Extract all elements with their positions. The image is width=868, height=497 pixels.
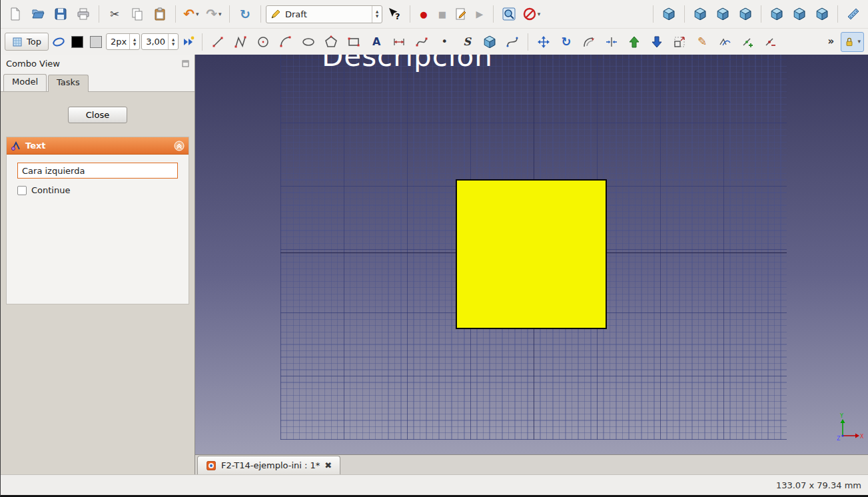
macro-record-button[interactable]: ● xyxy=(415,4,432,24)
zoom-selection-button[interactable] xyxy=(498,4,520,24)
snap-lock-button[interactable]: ▾ xyxy=(841,32,864,52)
draft-text-button[interactable]: A xyxy=(366,32,387,52)
clip-plane-button[interactable]: ▾ xyxy=(521,4,542,24)
macro-stop-button[interactable]: ■ xyxy=(434,4,451,24)
axonometric-cube-icon xyxy=(662,7,675,21)
line-width-spinner[interactable]: 2px ▲▼ xyxy=(106,33,140,50)
save-button[interactable] xyxy=(50,4,71,24)
open-folder-icon xyxy=(31,7,45,21)
rear-view-button[interactable] xyxy=(766,4,787,24)
text-value-input[interactable] xyxy=(17,163,178,179)
bottom-view-button[interactable] xyxy=(789,4,810,24)
refresh-button[interactable]: ↻ xyxy=(234,4,256,24)
draft-polygon-button[interactable] xyxy=(320,32,342,52)
text-task-box: Text Continue xyxy=(6,137,189,304)
new-file-button[interactable] xyxy=(5,4,26,24)
line-color-button[interactable] xyxy=(69,32,86,52)
bspline-icon xyxy=(415,35,428,49)
text-size-spin-arrows[interactable]: ▲▼ xyxy=(168,34,178,49)
draft-line-button[interactable] xyxy=(207,32,228,52)
apply-style-button[interactable] xyxy=(180,32,197,52)
draft-rotate-button[interactable]: ↻ xyxy=(556,32,577,52)
draft-edit-button[interactable]: ✎ xyxy=(691,32,713,52)
spin-up-icon: ▲ xyxy=(376,9,378,14)
copy-button[interactable] xyxy=(127,4,148,24)
text-size-spinner[interactable]: 3,00 ▲▼ xyxy=(141,33,179,50)
draft-toolbar: Top 2px ▲▼ 3,00 ▲▼ A • S ↻ xyxy=(1,28,868,55)
front-view-button[interactable] xyxy=(689,4,711,24)
draft-delete-point-button[interactable] xyxy=(759,32,781,52)
measure-distance-button[interactable] xyxy=(843,4,864,24)
text-tool-icon: A xyxy=(372,37,380,47)
draft-shapestring-button[interactable]: S xyxy=(456,32,478,52)
draft-downgrade-button[interactable] xyxy=(646,32,667,52)
spin-up-icon: ▲ xyxy=(133,37,136,42)
draft-move-button[interactable] xyxy=(533,32,554,52)
shapestring-icon: S xyxy=(463,37,471,47)
top-view-button[interactable] xyxy=(712,4,733,24)
collapse-chevrons-icon[interactable] xyxy=(174,141,185,151)
undock-icon[interactable] xyxy=(182,60,189,67)
dimension-icon xyxy=(392,35,406,49)
draft-arc-button[interactable] xyxy=(275,32,296,52)
draft-circle-button[interactable] xyxy=(252,32,274,52)
draft-ellipse-button[interactable] xyxy=(298,32,319,52)
3d-viewport[interactable]: Descripción Y X Z xyxy=(195,55,868,454)
draft-point-button[interactable]: • xyxy=(434,32,455,52)
axis-x-label: X xyxy=(860,434,864,440)
lock-icon xyxy=(844,37,855,47)
macro-play-icon: ▶ xyxy=(476,9,484,19)
draft-rectangle-button[interactable] xyxy=(343,32,364,52)
print-button[interactable] xyxy=(73,4,94,24)
draft-offset-button[interactable] xyxy=(578,32,600,52)
close-document-icon[interactable]: ✖ xyxy=(324,461,332,470)
right-view-button[interactable] xyxy=(735,4,756,24)
yellow-rectangle-object[interactable] xyxy=(456,179,607,329)
macro-edit-button[interactable] xyxy=(452,4,470,24)
redo-button[interactable]: ↷▾ xyxy=(203,4,224,24)
draft-dimension-button[interactable] xyxy=(388,32,410,52)
draft-facebinder-button[interactable] xyxy=(479,32,500,52)
face-color-button[interactable] xyxy=(87,32,105,52)
rear-view-cube-icon xyxy=(770,7,783,21)
construction-mode-button[interactable] xyxy=(50,32,67,52)
spin-down-icon: ▼ xyxy=(133,42,136,47)
cut-button[interactable]: ✂ xyxy=(104,4,125,24)
draft-trim-extend-button[interactable] xyxy=(601,32,622,52)
spin-down-icon: ▼ xyxy=(376,14,378,19)
draft-bezier-button[interactable] xyxy=(502,32,523,52)
draft-scale-button[interactable] xyxy=(669,32,690,52)
tab-tasks[interactable]: Tasks xyxy=(48,75,89,92)
text-task-header[interactable]: Text xyxy=(7,137,189,155)
trim-extend-icon xyxy=(605,35,618,49)
draft-upgrade-button[interactable] xyxy=(624,32,645,52)
macro-play-button[interactable]: ▶ xyxy=(471,4,488,24)
refresh-icon: ↻ xyxy=(240,8,250,21)
overflow-chevron-icon: » xyxy=(828,37,835,47)
toolbar-separator xyxy=(493,5,494,23)
macro-stop-icon: ■ xyxy=(438,10,446,19)
continue-checkbox[interactable] xyxy=(17,186,27,195)
continue-label: Continue xyxy=(31,185,70,195)
whats-this-button[interactable]: ? xyxy=(384,4,405,24)
paste-button[interactable] xyxy=(149,4,171,24)
working-plane-button[interactable]: Top xyxy=(5,33,49,51)
toolbar-overflow-button[interactable]: » xyxy=(822,32,839,52)
draft-wire-to-bspline-button[interactable] xyxy=(714,32,735,52)
workbench-selector[interactable]: Draft ▲▼ xyxy=(266,5,382,23)
line-width-spin-arrows[interactable]: ▲▼ xyxy=(129,34,139,49)
line-width-value: 2px xyxy=(111,37,129,47)
tab-model[interactable]: Model xyxy=(3,74,47,91)
draft-bspline-button[interactable] xyxy=(411,32,432,52)
left-view-button[interactable] xyxy=(811,4,833,24)
document-tab[interactable]: F2-T14-ejemplo-ini : 1* ✖ xyxy=(197,456,340,474)
workbench-spinner[interactable]: ▲▼ xyxy=(372,6,382,23)
draft-polyline-button[interactable] xyxy=(230,32,251,52)
tasks-panel: Close Text Continue xyxy=(1,91,195,474)
close-task-button[interactable]: Close xyxy=(68,107,127,123)
undo-button[interactable]: ↶▾ xyxy=(181,4,202,24)
open-file-button[interactable] xyxy=(27,4,49,24)
draft-add-point-button[interactable] xyxy=(737,32,758,52)
axonometric-view-button[interactable] xyxy=(658,4,679,24)
toolbar-separator xyxy=(99,5,99,23)
